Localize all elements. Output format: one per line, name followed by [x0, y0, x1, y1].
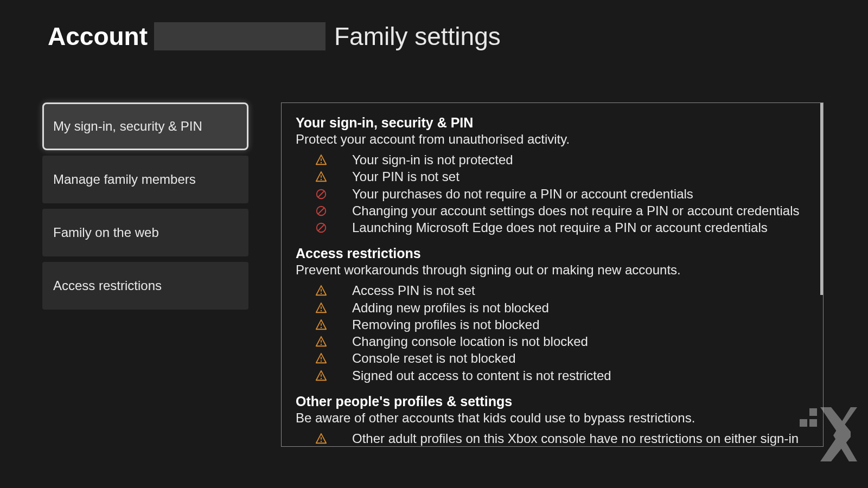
- svg-point-13: [321, 310, 322, 311]
- status-list: Access PIN is not setAdding new profiles…: [296, 282, 809, 384]
- svg-point-11: [321, 293, 322, 294]
- status-text: Your purchases do not require a PIN or a…: [352, 186, 693, 202]
- status-row: Access PIN is not set: [296, 282, 809, 299]
- warning-icon: [315, 352, 327, 364]
- status-text: Your PIN is not set: [352, 169, 459, 184]
- warning-icon: [315, 154, 327, 166]
- status-row: Changing your account settings does not …: [296, 202, 809, 219]
- status-text: Launching Microsoft Edge does not requir…: [352, 220, 768, 235]
- status-text: Your sign-in is not protected: [352, 152, 513, 168]
- svg-line-7: [318, 208, 324, 214]
- sidebar-item-0[interactable]: My sign-in, security & PIN: [42, 102, 248, 150]
- status-text: Changing console location is not blocked: [352, 333, 588, 349]
- status-row: Changing console location is not blocked: [296, 333, 809, 350]
- warning-icon: [315, 302, 327, 314]
- svg-point-15: [321, 327, 322, 328]
- status-row: Removing profiles is not blocked: [296, 316, 809, 333]
- svg-line-9: [318, 225, 324, 231]
- section-subtitle: Be aware of other accounts that kids cou…: [296, 410, 809, 426]
- section-title: Your sign-in, security & PIN: [296, 115, 809, 131]
- breadcrumb-section: Family settings: [334, 22, 501, 51]
- blocked-icon: [315, 205, 327, 217]
- status-row: Other adult profiles on this Xbox consol…: [296, 430, 809, 447]
- svg-point-21: [321, 378, 322, 379]
- sidebar-item-label: Family on the web: [53, 225, 159, 240]
- warning-icon: [315, 433, 327, 445]
- sidebar-item-1[interactable]: Manage family members: [42, 156, 248, 203]
- svg-line-5: [318, 191, 324, 197]
- scrollbar[interactable]: [820, 103, 823, 295]
- svg-point-19: [321, 361, 322, 362]
- sidebar: My sign-in, security & PINManage family …: [42, 102, 248, 447]
- section-subtitle: Protect your account from unauthorised a…: [296, 132, 809, 147]
- blocked-icon: [315, 188, 327, 200]
- main-panel[interactable]: Your sign-in, security & PINProtect your…: [281, 102, 824, 447]
- svg-point-23: [321, 441, 322, 442]
- status-text: Console reset is not blocked: [352, 350, 516, 366]
- status-text: Changing your account settings does not …: [352, 203, 799, 219]
- warning-icon: [315, 319, 327, 331]
- status-text: Adding new profiles is not blocked: [352, 300, 549, 316]
- sidebar-item-label: Manage family members: [53, 172, 196, 187]
- warning-icon: [315, 171, 327, 183]
- status-text: Signed out access to content is not rest…: [352, 368, 611, 383]
- svg-point-17: [321, 344, 322, 345]
- status-row: Adding new profiles is not blocked: [296, 299, 809, 316]
- sidebar-item-label: My sign-in, security & PIN: [53, 119, 202, 133]
- sidebar-item-2[interactable]: Family on the web: [42, 209, 248, 256]
- header: Account Family settings: [0, 0, 868, 51]
- section-subtitle: Prevent workarounds through signing out …: [296, 262, 809, 278]
- status-row: Your sign-in is not protected: [296, 151, 809, 168]
- status-text: Removing profiles is not blocked: [352, 317, 540, 332]
- svg-point-1: [321, 162, 322, 163]
- blocked-icon: [315, 222, 327, 234]
- status-list: Other adult profiles on this Xbox consol…: [296, 430, 809, 447]
- redacted-name-block: [154, 22, 326, 50]
- sidebar-item-3[interactable]: Access restrictions: [42, 262, 248, 310]
- status-row: Signed out access to content is not rest…: [296, 367, 809, 384]
- status-text: Access PIN is not set: [352, 282, 475, 298]
- breadcrumb-account: Account: [48, 22, 148, 51]
- warning-icon: [315, 285, 327, 297]
- status-row: Your PIN is not set: [296, 168, 809, 185]
- warning-icon: [315, 370, 327, 382]
- status-row: Console reset is not blocked: [296, 350, 809, 367]
- sidebar-item-label: Access restrictions: [53, 278, 162, 293]
- section-title: Other people's profiles & settings: [296, 394, 809, 409]
- status-row: Launching Microsoft Edge does not requir…: [296, 219, 809, 236]
- status-list: Your sign-in is not protectedYour PIN is…: [296, 151, 809, 236]
- warning-icon: [315, 336, 327, 348]
- section-title: Access restrictions: [296, 246, 809, 261]
- status-row: Your purchases do not require a PIN or a…: [296, 185, 809, 202]
- status-text: Other adult profiles on this Xbox consol…: [352, 431, 809, 447]
- svg-point-3: [321, 179, 322, 180]
